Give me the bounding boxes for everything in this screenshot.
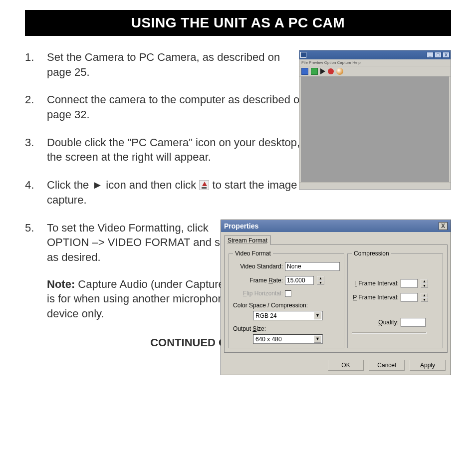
step-text: Double click the "PC Camera" icon on you…	[47, 135, 306, 165]
select-value: RGB 24	[255, 312, 277, 319]
close-icon[interactable]: X	[439, 222, 448, 230]
chevron-down-icon[interactable]: ▼	[314, 312, 321, 319]
frame-rate-spinner[interactable]: ▲ ▼	[317, 276, 324, 285]
properties-dialog: Properties X Stream Format Video Format …	[221, 220, 451, 375]
pframe-label: P Frame Interval:	[352, 294, 399, 301]
frame-rate-field[interactable]: 15.000	[285, 276, 314, 285]
close-button[interactable]: X	[443, 52, 450, 58]
spin-up-icon[interactable]: ▲	[317, 276, 324, 280]
color-space-label: Color Space / Compression:	[233, 302, 308, 309]
flip-horizontal-label: Flip Horizontal:	[233, 290, 283, 297]
dialog-buttons: OK Cancel Apply	[221, 356, 451, 375]
group-label: Compression	[352, 250, 391, 257]
document-icon[interactable]	[311, 68, 318, 75]
video-standard-field: None	[285, 262, 340, 271]
ok-button[interactable]: OK	[328, 360, 364, 371]
output-size-select[interactable]: 640 x 480 ▼	[253, 334, 323, 344]
status-bar	[299, 182, 451, 189]
select-value: 640 x 480	[255, 336, 282, 343]
step-text-a: Click the ► icon and then click	[47, 179, 199, 191]
video-format-group: Video Format Video Standard: None Frame …	[229, 250, 344, 348]
pc-camera-window: _ □ X File Preview Option Capture Help	[299, 50, 451, 190]
iframe-field[interactable]	[401, 279, 418, 288]
output-size-label: Output Size:	[233, 325, 266, 332]
video-standard-label: Video Standard:	[233, 263, 283, 270]
step-text: Set the Camera to PC Camera, as describe…	[47, 50, 306, 79]
spin-up-icon[interactable]: ▲	[421, 279, 428, 283]
play-icon[interactable]	[320, 68, 325, 74]
step-number: 4.	[25, 178, 34, 193]
record-icon[interactable]	[328, 68, 334, 74]
spin-down-icon[interactable]: ▼	[421, 297, 428, 302]
step-number: 5.	[25, 221, 34, 236]
step-text: To set the Video Formatting, click OPTIO…	[47, 221, 237, 265]
pframe-field[interactable]	[401, 293, 418, 302]
tab-stream-format[interactable]: Stream Format	[224, 236, 271, 245]
step-text: Connect the camera to the computer as de…	[47, 92, 306, 122]
pframe-spinner[interactable]: ▲ ▼	[421, 293, 428, 302]
frame-rate-label: Frame Rate:	[233, 277, 283, 284]
toolbar	[299, 66, 451, 77]
color-space-select[interactable]: RGB 24 ▼	[253, 311, 323, 320]
quality-label: Quality:	[352, 319, 399, 326]
save-icon[interactable]	[301, 68, 308, 75]
note-label: Note:	[47, 278, 75, 290]
note: Note: Capture Audio (under Capture) is f…	[47, 277, 237, 321]
iframe-spinner[interactable]: ▲ ▼	[421, 279, 428, 288]
minimize-button[interactable]: _	[427, 52, 434, 58]
step-number: 1.	[25, 50, 34, 65]
spin-down-icon[interactable]: ▼	[317, 280, 324, 285]
spin-up-icon[interactable]: ▲	[421, 293, 428, 297]
chevron-down-icon[interactable]: ▼	[314, 335, 321, 343]
step-text: Click the ► icon and then click to start…	[47, 178, 306, 207]
spin-down-icon[interactable]: ▼	[421, 283, 428, 288]
capture-device-icon	[199, 180, 209, 190]
note-text: Capture Audio (under Capture) is for whe…	[47, 278, 230, 320]
camera-icon[interactable]	[336, 68, 343, 75]
step-number: 3.	[25, 135, 34, 150]
group-label: Video Format	[233, 250, 273, 257]
app-icon	[300, 52, 306, 58]
compression-group: Compression I Frame Interval: ▲ ▼ P Fram…	[347, 250, 443, 348]
cancel-button[interactable]: Cancel	[369, 360, 405, 371]
dialog-titlebar: Properties X	[221, 220, 451, 232]
step-number: 2.	[25, 92, 34, 107]
app-titlebar: _ □ X	[299, 50, 451, 59]
menubar[interactable]: File Preview Option Capture Help	[299, 59, 451, 66]
apply-button[interactable]: Apply	[410, 360, 446, 371]
dialog-title: Properties	[224, 222, 258, 230]
quality-field[interactable]	[401, 318, 426, 327]
iframe-label: I Frame Interval:	[352, 280, 399, 287]
quality-slider[interactable]	[352, 332, 427, 334]
flip-horizontal-checkbox[interactable]	[285, 290, 291, 297]
maximize-button[interactable]: □	[435, 52, 442, 58]
video-preview	[301, 76, 449, 182]
section-title: USING THE UNIT AS A PC CAM	[25, 10, 451, 36]
